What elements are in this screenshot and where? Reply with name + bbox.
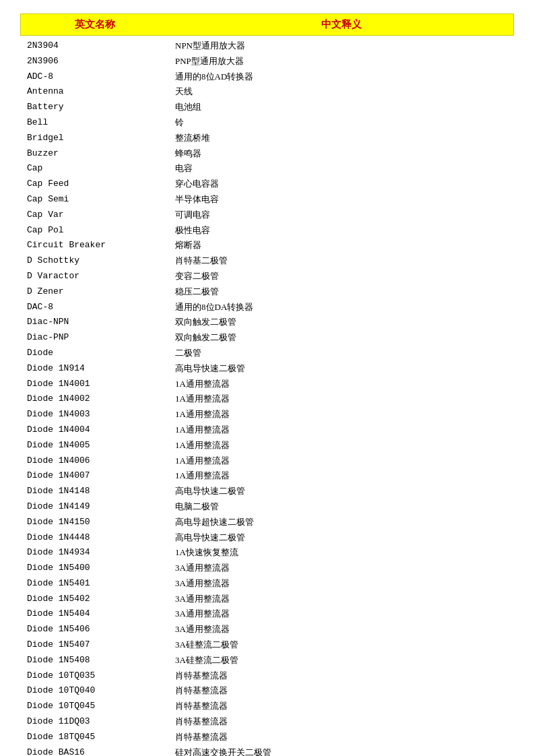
table-row: Diode 10TQ035肖特基整流器 <box>20 668 514 684</box>
table-row: Bridgel整流桥堆 <box>20 131 514 146</box>
table-row: Antenna天线 <box>20 84 514 100</box>
component-en-name: Diode 1N5408 <box>20 653 168 668</box>
table-row: Diode 1N54023A通用整流器 <box>20 592 514 607</box>
component-en-name: Diac-PNP <box>20 330 168 346</box>
table-row: DAC-8通用的8位DA转换器 <box>20 300 514 315</box>
component-en-name: Cap Var <box>20 208 168 223</box>
table-row: D Varactor变容二极管 <box>20 269 514 284</box>
table-row: Diode 1N54073A硅整流二极管 <box>20 637 514 653</box>
component-en-name: Diode 18TQ045 <box>20 730 168 745</box>
table-row: Buzzer蜂鸣器 <box>20 146 514 162</box>
component-zh-name: 整流桥堆 <box>168 131 514 146</box>
component-en-name: Diode 1N4004 <box>20 422 168 438</box>
component-zh-name: NPN型通用放大器 <box>168 38 514 54</box>
component-zh-name: 熔断器 <box>168 238 514 253</box>
component-en-name: Diode 1N4003 <box>20 407 168 422</box>
component-zh-name: 1A通用整流器 <box>168 453 514 469</box>
component-zh-name: 3A通用整流器 <box>168 561 514 576</box>
component-en-name: 2N3906 <box>20 54 168 69</box>
table-row: Cap Var可调电容 <box>20 208 514 223</box>
header-zh: 中文释义 <box>169 14 513 35</box>
component-en-name: Diode 1N4150 <box>20 515 168 530</box>
table-row: Diode 1N914高电导快速二极管 <box>20 361 514 377</box>
component-en-name: Bridgel <box>20 131 168 146</box>
component-en-name: Diode 11DQ03 <box>20 714 168 730</box>
component-en-name: 2N3904 <box>20 38 168 54</box>
component-zh-name: 可调电容 <box>168 208 514 223</box>
component-en-name: Battery <box>20 100 168 115</box>
component-zh-name: 肖特基整流器 <box>168 730 514 745</box>
table-row: Diode 1N54003A通用整流器 <box>20 561 514 576</box>
table-row: Diode 1N54063A通用整流器 <box>20 622 514 637</box>
component-zh-name: 双向触发二极管 <box>168 330 514 346</box>
component-zh-name: 3A通用整流器 <box>168 576 514 592</box>
component-en-name: Diode 1N5406 <box>20 622 168 637</box>
table-row: Battery电池组 <box>20 100 514 115</box>
component-en-name: Diode 1N4001 <box>20 377 168 392</box>
table-row: Diode 11DQ03肖特基整流器 <box>20 714 514 730</box>
component-zh-name: 电容 <box>168 161 514 177</box>
component-en-name: ADC-8 <box>20 69 168 85</box>
component-en-name: Diode 10TQ040 <box>20 683 168 699</box>
component-zh-name: 1A通用整流器 <box>168 468 514 484</box>
table-row: Diode 1N54083A硅整流二极管 <box>20 653 514 668</box>
component-en-name: Diode 10TQ035 <box>20 668 168 684</box>
component-en-name: Diode 1N4934 <box>20 545 168 561</box>
component-zh-name: 天线 <box>168 84 514 100</box>
component-en-name: Diode BAS16 <box>20 745 168 756</box>
component-en-name: Buzzer <box>20 146 168 162</box>
component-zh-name: 3A通用整流器 <box>168 606 514 622</box>
component-zh-name: PNP型通用放大器 <box>168 54 514 69</box>
component-zh-name: 双向触发二极管 <box>168 315 514 330</box>
table-row: Diode 1N40061A通用整流器 <box>20 453 514 469</box>
component-zh-name: 3A硅整流二极管 <box>168 653 514 668</box>
component-en-name: D Zener <box>20 284 168 300</box>
component-zh-name: 1A通用整流器 <box>168 422 514 438</box>
component-en-name: Cap <box>20 161 168 177</box>
component-en-name: Diode 10TQ045 <box>20 699 168 714</box>
component-zh-name: 1A通用整流器 <box>168 407 514 422</box>
table-row: Diode 1N4149电脑二极管 <box>20 499 514 515</box>
component-zh-name: 硅对高速交换开关二极管 <box>168 745 514 756</box>
component-zh-name: 3A硅整流二极管 <box>168 637 514 653</box>
component-zh-name: 稳压二极管 <box>168 284 514 300</box>
component-en-name: Cap Feed <box>20 177 168 192</box>
table-row: Diode 1N54013A通用整流器 <box>20 576 514 592</box>
component-en-name: Diode 1N5400 <box>20 561 168 576</box>
component-zh-name: 半导体电容 <box>168 192 514 208</box>
component-en-name: Bell <box>20 115 168 131</box>
component-en-name: Diac-NPN <box>20 315 168 330</box>
component-zh-name: 高电导快速二极管 <box>168 361 514 377</box>
component-zh-name: 高电导快速二极管 <box>168 530 514 546</box>
component-zh-name: 1A通用整流器 <box>168 377 514 392</box>
component-zh-name: 肖特基整流器 <box>168 714 514 730</box>
component-en-name: Diode 1N4007 <box>20 468 168 484</box>
table-row: Diode 1N40041A通用整流器 <box>20 422 514 438</box>
component-zh-name: 高电导快速二极管 <box>168 484 514 499</box>
component-zh-name: 肖特基整流器 <box>168 699 514 714</box>
table-row: ADC-8通用的8位AD转换器 <box>20 69 514 85</box>
table-row: Diode 1N4150高电导超快速二极管 <box>20 515 514 530</box>
component-en-name: Diode 1N4148 <box>20 484 168 499</box>
component-en-name: Diode <box>20 346 168 361</box>
component-en-name: Diode 1N5402 <box>20 592 168 607</box>
component-zh-name: 通用的8位DA转换器 <box>168 300 514 315</box>
table-row: Diode 1N40011A通用整流器 <box>20 377 514 392</box>
component-en-name: Cap Pol <box>20 223 168 239</box>
component-zh-name: 肖特基整流器 <box>168 668 514 684</box>
table-row: Diac-PNP双向触发二极管 <box>20 330 514 346</box>
table-header: 英文名称 中文释义 <box>20 13 514 36</box>
component-en-name: Diode 1N5404 <box>20 606 168 622</box>
component-en-name: Diode 1N4149 <box>20 499 168 515</box>
table-row: Bell铃 <box>20 115 514 131</box>
table-row: Diode 1N40071A通用整流器 <box>20 468 514 484</box>
component-en-name: Diode 1N4005 <box>20 438 168 453</box>
component-en-name: D Varactor <box>20 269 168 284</box>
table-row: Diode 1N40031A通用整流器 <box>20 407 514 422</box>
component-en-name: Diode 1N4006 <box>20 453 168 469</box>
table-row: Cap Semi半导体电容 <box>20 192 514 208</box>
component-zh-name: 3A通用整流器 <box>168 592 514 607</box>
component-en-name: DAC-8 <box>20 300 168 315</box>
table-row: Diode二极管 <box>20 346 514 361</box>
component-zh-name: 3A通用整流器 <box>168 622 514 637</box>
